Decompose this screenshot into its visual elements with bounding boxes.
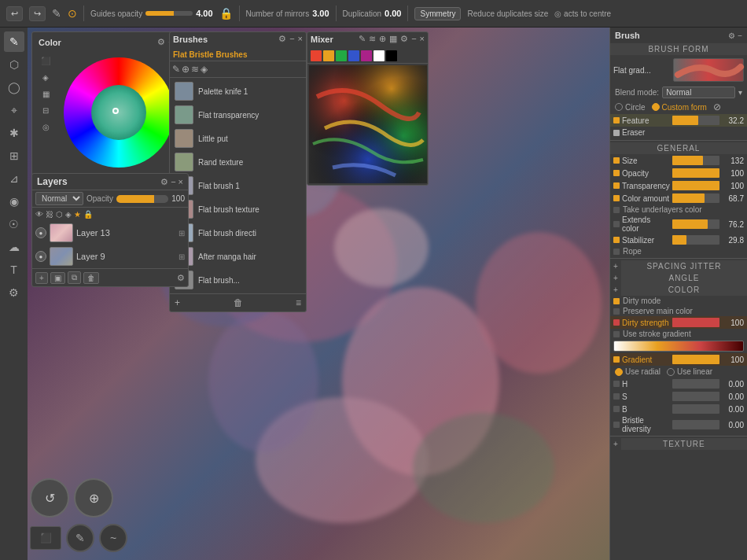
layer-trash-btn[interactable]: 🗑 [83,272,99,284]
brushes-settings-button[interactable]: ⚙ [278,34,286,44]
brush-menu-button[interactable]: ≡ [296,297,301,308]
list-item[interactable]: Rand texture [171,150,304,174]
symmetry-icon[interactable]: ⊙ [68,7,77,20]
canvas-rect-btn[interactable]: ⬛ [30,526,61,550]
mixer-tool-2[interactable]: ≋ [369,34,376,44]
sidebar-eyedrop-icon[interactable]: ☉ [4,214,24,234]
layer-group-btn[interactable]: ▣ [50,272,65,284]
sidebar-cursor-icon[interactable]: ✎ [4,31,24,52]
table-row[interactable]: ● Layer 13 ⊞ [32,221,188,245]
color-wheel[interactable] [64,53,174,171]
custom-radio[interactable]: Custom form [652,101,707,112]
layer-eye-btn[interactable]: 👁 [35,210,43,219]
symmetry-button[interactable]: Symmetry [414,7,461,20]
spacing-expand-btn[interactable]: + [610,262,621,271]
color-tool-1[interactable]: ⬛ [39,53,53,68]
list-item[interactable]: Flat brush... [171,268,304,292]
list-item[interactable]: Flat brush texture [171,197,304,221]
mixer-swatch-2[interactable] [323,50,334,61]
mixer-canvas[interactable] [309,65,427,183]
brush-type-4[interactable]: ◈ [201,64,208,75]
layer-link-btn[interactable]: ⛓ [46,210,53,219]
feature-bar[interactable] [672,116,720,125]
blend-mode-select[interactable]: Normal [662,87,735,98]
undo-button[interactable]: ↩ [6,6,23,21]
sidebar-smear-icon[interactable]: ☁ [4,237,24,257]
mixer-swatch-1[interactable] [311,50,322,61]
brushes-close-button[interactable]: × [298,34,303,44]
texture-expand-btn[interactable]: + [610,440,621,448]
color-tool-2[interactable]: ◈ [39,70,53,84]
layers-settings-btn[interactable]: ⚙ [160,177,168,187]
color-tool-3[interactable]: ▦ [39,87,53,101]
brush-type-3[interactable]: ≋ [191,64,199,75]
target-circle-btn[interactable]: ⊕ [74,478,113,518]
mixer-settings-button[interactable]: ⚙ [400,34,408,44]
sidebar-circle-icon[interactable]: ◯ [4,77,24,98]
brush-add-button[interactable]: + [175,297,180,308]
undo-circle-btn[interactable]: ↺ [30,478,69,518]
mixer-tool-1[interactable]: ✎ [359,34,366,44]
layer-1-visibility[interactable]: ● [35,227,46,238]
h-bar[interactable] [672,379,720,389]
sidebar-fill-icon[interactable]: ◉ [4,191,24,212]
sidebar-shape-icon[interactable]: ⬡ [4,54,24,75]
layers-gear-btn[interactable]: ⚙ [177,273,185,283]
sidebar-star-icon[interactable]: ✱ [4,123,24,143]
list-item[interactable]: Flat brush 1 [171,174,304,197]
layers-close-btn[interactable]: × [178,177,183,187]
layer-alpha-btn[interactable]: ⬡ [56,210,63,219]
brush-type-1[interactable]: ✎ [172,64,180,75]
linear-radio[interactable]: Use linear [667,367,712,376]
brush-panel-settings-btn[interactable]: ⚙ [728,31,735,40]
redo-button[interactable]: ↪ [29,6,46,21]
opacity-bar-brush[interactable] [672,168,720,178]
mixer-swatch-4[interactable] [348,50,359,61]
list-item[interactable]: Flat transparency [171,103,304,127]
stabilizer-bar[interactable] [672,235,720,245]
sidebar-settings-icon[interactable]: ⚙ [4,282,24,303]
extends-color-bar[interactable] [672,219,720,229]
s-bar[interactable] [672,392,720,401]
color-tool-5[interactable]: ◎ [39,120,53,134]
color-expand-btn[interactable]: + [610,286,621,294]
color-amount-bar[interactable] [672,193,720,203]
layer-1-expand[interactable]: ⊞ [178,229,185,238]
brush-type-2[interactable]: ⊕ [182,64,190,75]
guides-slider[interactable] [145,11,193,16]
gradient-bar-control[interactable] [672,355,720,364]
sidebar-transform-icon[interactable]: ⊿ [4,168,24,189]
layers-minimize-btn[interactable]: − [171,177,175,187]
dirty-strength-bar[interactable] [672,318,720,327]
mixer-minimize-button[interactable]: − [411,34,416,44]
mixer-tool-4[interactable]: ▦ [389,34,397,44]
size-bar[interactable] [672,156,720,165]
layer-star-btn[interactable]: ★ [74,210,81,219]
mixer-swatch-7[interactable] [386,50,397,61]
blend-mode-arrow[interactable]: ▾ [738,88,742,97]
layer-clip-btn[interactable]: ◈ [65,210,72,219]
list-item[interactable]: After manga hair [171,245,304,268]
b-bar[interactable] [672,404,720,414]
mixer-swatch-5[interactable] [361,50,372,61]
mixer-swatch-6[interactable] [374,50,385,61]
mixer-swatch-3[interactable] [336,50,347,61]
circle-radio[interactable]: Circle [615,101,646,112]
layer-add-btn[interactable]: + [35,272,48,284]
list-item[interactable]: Flat brush directi [171,221,304,245]
layer-2-expand[interactable]: ⊞ [178,252,185,261]
transparency-bar[interactable] [672,181,719,190]
bristle-bar[interactable] [672,420,720,429]
list-item[interactable]: Little put [171,127,304,150]
custom-form-random-btn[interactable]: ⊘ [713,101,721,112]
brush-icon[interactable]: ✎ [52,7,61,20]
layer-2-visibility[interactable]: ● [35,251,46,262]
opacity-bar[interactable] [116,195,168,203]
brushes-minimize-button[interactable]: − [289,34,294,44]
mixer-tool-3[interactable]: ⊕ [379,34,386,44]
angle-expand-btn[interactable]: + [610,274,621,282]
brush-delete-button[interactable]: 🗑 [234,297,243,308]
layer-lock-btn[interactable]: 🔒 [83,210,93,219]
gradient-bar[interactable] [613,341,744,352]
layer-copy-btn[interactable]: ⧉ [68,271,81,284]
